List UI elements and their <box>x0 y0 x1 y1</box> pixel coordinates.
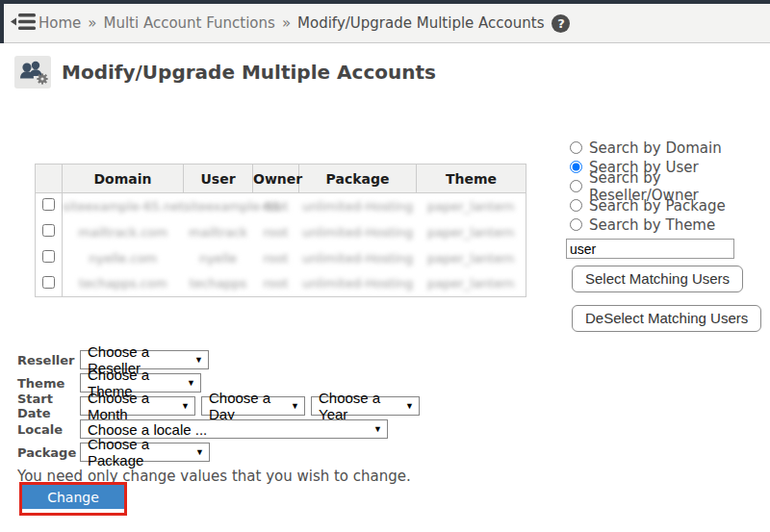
owner-cell-redacted: root <box>263 199 288 214</box>
chevron-down-icon: ▼ <box>195 447 204 457</box>
column-header-owner: Owner <box>253 165 299 193</box>
radio-search-by-user-input[interactable] <box>570 161 582 173</box>
radio-label: Search by Package <box>589 197 726 215</box>
sidebar-edge-strip <box>0 0 4 43</box>
page-title: Modify/Upgrade Multiple Accounts <box>62 61 436 84</box>
column-header-user: User <box>184 165 253 193</box>
breadcrumb-multi-account-functions-link[interactable]: Multi Account Functions <box>103 14 274 32</box>
modify-form: Reseller Choose a Reseller ▼ Theme Choos… <box>17 350 425 466</box>
month-select[interactable]: Choose a Month ▼ <box>80 396 195 416</box>
radio-search-by-reseller-owner-input[interactable] <box>570 180 582 192</box>
red-annotation-box: Change <box>19 482 127 516</box>
day-select[interactable]: Choose a Day ▼ <box>201 396 305 416</box>
year-select[interactable]: Choose a Year ▼ <box>311 396 420 416</box>
column-header-checkbox <box>36 165 63 193</box>
package-label: Package <box>17 445 80 460</box>
form-row-package: Package Choose a Package ▼ <box>17 443 425 462</box>
multi-accounts-gear-icon <box>14 56 51 89</box>
chevron-down-icon: ▼ <box>405 401 414 411</box>
month-select-value: Choose a Month <box>88 390 172 422</box>
account-row-checkbox[interactable] <box>42 250 55 263</box>
chevron-down-icon: ▼ <box>181 401 190 411</box>
chevron-down-icon: ▼ <box>373 424 382 434</box>
domain-cell-redacted: nyelle.com <box>89 251 157 266</box>
help-icon[interactable]: ? <box>552 14 570 33</box>
account-row-checkbox[interactable] <box>42 198 55 211</box>
radio-search-by-domain[interactable]: Search by Domain <box>566 139 766 157</box>
page-header: Modify/Upgrade Multiple Accounts <box>14 56 436 89</box>
theme-label: Theme <box>17 376 80 391</box>
breadcrumb: Home » Multi Account Functions » Modify/… <box>38 4 570 42</box>
user-cell-redacted: mailtrack <box>189 225 247 240</box>
select-matching-users-button[interactable]: Select Matching Users <box>572 266 743 292</box>
radio-search-by-theme[interactable]: Search by Theme <box>566 215 766 234</box>
package-cell-redacted: unlimited-Hosting <box>302 276 414 291</box>
start-date-label: Start Date <box>17 392 80 420</box>
owner-cell-redacted: root <box>263 251 288 266</box>
chevron-down-icon: ▼ <box>194 355 203 365</box>
breadcrumb-current-page: Modify/Upgrade Multiple Accounts <box>297 14 544 32</box>
breadcrumb-home-link[interactable]: Home <box>38 14 81 32</box>
deselect-matching-users-button[interactable]: DeSelect Matching Users <box>572 305 761 332</box>
reseller-label: Reseller <box>17 353 80 367</box>
package-cell-redacted: unlimited-Hosting <box>302 199 414 214</box>
chevron-down-icon: ▼ <box>187 378 195 388</box>
accounts-table: Domain User Owner Package Theme siteexam… <box>35 164 526 297</box>
column-header-theme: Theme <box>417 165 526 193</box>
package-cell-redacted: unlimited-Hosting <box>302 225 414 240</box>
day-select-value: Choose a Day <box>209 390 282 422</box>
column-header-domain: Domain <box>63 165 184 193</box>
owner-cell-redacted: root <box>263 276 288 291</box>
theme-cell-redacted: paper_lantern <box>427 225 515 240</box>
package-select[interactable]: Choose a Package ▼ <box>80 443 210 462</box>
account-row-checkbox[interactable] <box>42 224 55 237</box>
theme-cell-redacted: paper_lantern <box>427 251 515 266</box>
form-row-locale: Locale Choose a locale ... ▼ <box>17 419 425 439</box>
theme-cell-redacted: paper_lantern <box>427 199 515 214</box>
radio-search-by-reseller-owner[interactable]: Search by Reseller/Owner <box>566 177 766 195</box>
breadcrumb-bar: Home » Multi Account Functions » Modify/… <box>0 0 770 43</box>
owner-cell-redacted: root <box>263 225 288 240</box>
table-row: siteexample-65.net siteexample-65 root u… <box>36 193 526 219</box>
search-query-input[interactable] <box>566 239 734 259</box>
domain-cell-redacted: mailtrack.com <box>78 225 167 240</box>
table-row: nyelle.com nyelle root unlimited-Hosting… <box>36 245 526 271</box>
locale-select-value: Choose a locale ... <box>88 421 207 438</box>
radio-search-by-theme-input[interactable] <box>570 218 582 231</box>
table-row: mailtrack.com mailtrack root unlimited-H… <box>36 219 526 245</box>
radio-label: Search by Domain <box>589 139 722 157</box>
breadcrumb-separator: » <box>88 14 96 32</box>
breadcrumb-separator: » <box>282 14 291 32</box>
account-row-checkbox[interactable] <box>42 276 55 289</box>
user-cell-redacted: techapps <box>190 276 247 291</box>
package-cell-redacted: unlimited-Hosting <box>302 251 414 266</box>
table-header-row: Domain User Owner Package Theme <box>36 165 526 193</box>
change-button[interactable]: Change <box>22 485 124 509</box>
form-row-start-date: Start Date Choose a Month ▼ Choose a Day… <box>17 396 425 416</box>
domain-cell-redacted: siteexample-65.net <box>63 199 184 214</box>
table-row: techapps.com techapps root unlimited-Hos… <box>36 271 526 297</box>
chevron-down-icon: ▼ <box>291 401 299 411</box>
radio-label: Search by Theme <box>589 216 715 234</box>
theme-cell-redacted: paper_lantern <box>427 276 515 291</box>
package-select-value: Choose a Package <box>88 436 187 469</box>
user-cell-redacted: nyelle <box>199 251 237 266</box>
domain-cell-redacted: techapps.com <box>79 276 167 291</box>
collapse-menu-icon[interactable] <box>11 13 36 30</box>
form-row-reseller: Reseller Choose a Reseller ▼ <box>17 350 425 369</box>
search-panel: Search by Domain Search by User Search b… <box>566 139 766 332</box>
year-select-value: Choose a Year <box>319 390 397 422</box>
radio-search-by-package-input[interactable] <box>570 199 582 212</box>
column-header-package: Package <box>299 165 417 193</box>
radio-search-by-domain-input[interactable] <box>570 141 582 154</box>
locale-label: Locale <box>17 422 80 437</box>
